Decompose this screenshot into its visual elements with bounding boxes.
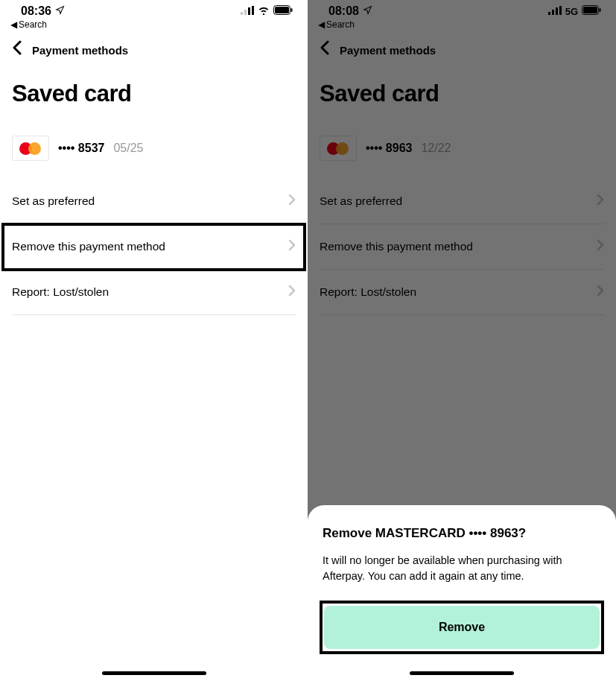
menu-item-set-preferred[interactable]: Set as preferred bbox=[320, 179, 604, 224]
back-label: Search bbox=[326, 19, 355, 30]
status-time: 08:36 bbox=[21, 4, 51, 18]
menu-item-remove-payment[interactable]: Remove this payment method bbox=[3, 224, 305, 270]
signal-icon bbox=[241, 4, 254, 18]
svg-rect-1 bbox=[244, 10, 247, 15]
svg-rect-2 bbox=[248, 7, 250, 15]
menu-label: Set as preferred bbox=[320, 194, 402, 208]
card-masked-number: •••• 8537 bbox=[58, 142, 104, 155]
svg-rect-8 bbox=[552, 10, 554, 15]
screen-remove-confirm: 08:08 5G ◀ Search Payment methods Saved … bbox=[308, 0, 616, 681]
card-summary: •••• 8537 05/25 bbox=[0, 128, 308, 179]
nav-header[interactable]: Payment methods bbox=[308, 34, 616, 66]
remove-confirm-sheet: Remove MASTERCARD •••• 8963? It will no … bbox=[308, 505, 616, 681]
chevron-right-icon bbox=[288, 239, 296, 254]
menu-label: Report: Lost/stolen bbox=[320, 285, 416, 299]
menu-item-set-preferred[interactable]: Set as preferred bbox=[12, 179, 296, 224]
signal-icon bbox=[548, 4, 562, 18]
status-bar: 08:36 bbox=[0, 0, 308, 18]
page-title: Saved card bbox=[0, 66, 308, 128]
menu-label: Report: Lost/stolen bbox=[12, 285, 109, 299]
card-summary: •••• 8963 12/22 bbox=[308, 128, 616, 179]
page-title: Saved card bbox=[308, 66, 616, 128]
home-indicator[interactable] bbox=[410, 671, 514, 675]
chevron-right-icon bbox=[288, 285, 296, 300]
battery-icon bbox=[582, 4, 601, 18]
sheet-title: Remove MASTERCARD •••• 8963? bbox=[323, 526, 601, 541]
chevron-right-icon bbox=[597, 285, 604, 300]
menu-item-report-lost[interactable]: Report: Lost/stolen bbox=[320, 270, 604, 315]
back-to-search[interactable]: ◀ Search bbox=[308, 18, 616, 34]
wifi-icon bbox=[258, 4, 270, 18]
back-to-search[interactable]: ◀ Search bbox=[0, 18, 308, 34]
card-actions-menu: Set as preferred Remove this payment met… bbox=[308, 179, 616, 315]
home-indicator[interactable] bbox=[102, 671, 206, 675]
location-icon bbox=[55, 4, 65, 18]
menu-label: Set as preferred bbox=[12, 194, 95, 208]
battery-icon bbox=[273, 4, 293, 18]
menu-item-report-lost[interactable]: Report: Lost/stolen bbox=[12, 270, 296, 315]
svg-rect-6 bbox=[291, 8, 293, 12]
mastercard-icon bbox=[320, 136, 357, 161]
status-bar: 08:08 5G bbox=[308, 0, 616, 18]
mastercard-icon bbox=[12, 136, 49, 161]
svg-rect-0 bbox=[241, 12, 243, 15]
card-masked-number: •••• 8963 bbox=[366, 142, 412, 155]
sheet-body: It will no longer be available when purc… bbox=[323, 553, 601, 584]
screen-saved-card: 08:36 ◀ Search Payment methods Saved car… bbox=[0, 0, 308, 681]
svg-rect-7 bbox=[548, 12, 550, 15]
chevron-left-small-icon: ◀ bbox=[10, 19, 17, 30]
chevron-right-icon bbox=[288, 194, 296, 209]
menu-label: Remove this payment method bbox=[12, 240, 165, 253]
svg-rect-5 bbox=[275, 7, 289, 13]
chevron-right-icon bbox=[597, 194, 604, 209]
svg-rect-12 bbox=[583, 7, 597, 13]
network-label: 5G bbox=[565, 6, 578, 17]
card-expiry: 12/22 bbox=[421, 142, 451, 155]
chevron-left-icon bbox=[320, 40, 329, 60]
card-actions-menu: Set as preferred Remove this payment met… bbox=[0, 179, 308, 315]
svg-rect-3 bbox=[252, 6, 254, 15]
chevron-left-small-icon: ◀ bbox=[318, 19, 325, 30]
back-label: Search bbox=[19, 19, 47, 30]
header-label: Payment methods bbox=[32, 44, 128, 57]
chevron-right-icon bbox=[597, 239, 604, 254]
menu-item-remove-payment[interactable]: Remove this payment method bbox=[320, 224, 604, 270]
header-label: Payment methods bbox=[340, 44, 436, 57]
svg-rect-13 bbox=[600, 8, 601, 12]
card-expiry: 05/25 bbox=[113, 142, 143, 155]
menu-label: Remove this payment method bbox=[320, 240, 473, 253]
nav-header[interactable]: Payment methods bbox=[0, 34, 308, 66]
status-time: 08:08 bbox=[328, 4, 359, 18]
svg-rect-9 bbox=[556, 7, 558, 15]
remove-button[interactable]: Remove bbox=[324, 606, 600, 649]
svg-rect-10 bbox=[559, 6, 562, 15]
chevron-left-icon bbox=[12, 40, 22, 60]
location-icon bbox=[363, 4, 372, 18]
remove-button-highlight: Remove bbox=[323, 604, 601, 651]
